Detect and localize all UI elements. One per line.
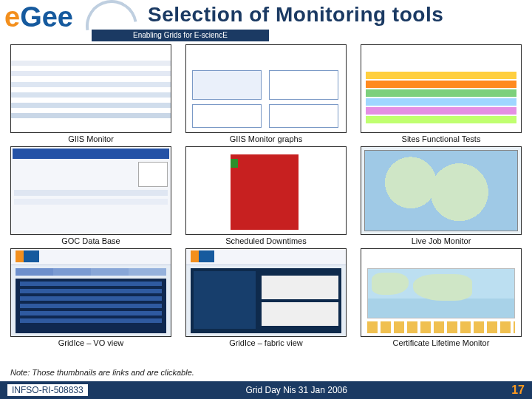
thumbnail-caption: GIIS Monitor graphs — [230, 134, 302, 143]
grid-cell: GIIS Monitor — [10, 44, 171, 143]
grid-cell: GridIce – VO view — [10, 248, 171, 347]
grid-cell: GridIce – fabric view — [185, 248, 347, 347]
certificate-lifetime-monitor-thumbnail[interactable] — [361, 248, 522, 337]
slide: eGee Selection of Monitoring tools Enabl… — [0, 0, 532, 399]
grid-row: GridIce – VO view GridIce – fabric view … — [10, 248, 522, 347]
thumbnail-caption: Certificate Lifetime Monitor — [393, 338, 490, 347]
tagline-banner: Enabling Grids for E-sciencE — [92, 30, 269, 41]
gridice-vo-view-thumbnail[interactable] — [10, 248, 171, 337]
footer-project-id: INFSO-RI-508833 — [7, 384, 88, 396]
scheduled-downtimes-thumbnail[interactable] — [185, 146, 347, 235]
thumbnail-grid: GIIS Monitor GIIS Monitor graphs Sites F… — [10, 44, 522, 372]
page-number: 17 — [511, 383, 525, 397]
grid-row: GOC Data Base Scheduled Downtimes Live J… — [10, 146, 522, 245]
thumbnail-caption: GridIce – VO view — [58, 338, 124, 347]
thumbnail-caption: Scheduled Downtimes — [225, 236, 306, 245]
grid-cell: Scheduled Downtimes — [185, 146, 347, 245]
live-job-monitor-thumbnail[interactable] — [361, 146, 522, 235]
sites-functional-tests-thumbnail[interactable] — [361, 44, 522, 133]
grid-cell: GIIS Monitor graphs — [185, 44, 347, 143]
thumbnail-caption: Live Job Monitor — [412, 236, 471, 245]
gridice-fabric-view-thumbnail[interactable] — [185, 248, 347, 337]
grid-cell: Sites Functional Tests — [361, 44, 522, 143]
giis-monitor-thumbnail[interactable] — [10, 44, 171, 133]
grid-row: GIIS Monitor GIIS Monitor graphs Sites F… — [10, 44, 522, 143]
slide-title: Selection of Monitoring tools — [148, 3, 525, 27]
slide-header: eGee Selection of Monitoring tools Enabl… — [0, 0, 532, 41]
giis-monitor-graphs-thumbnail[interactable] — [185, 44, 347, 133]
footer-event: Grid Day Nis 31 Jan 2006 — [246, 385, 347, 395]
grid-cell: GOC Data Base — [10, 146, 171, 245]
thumbnail-caption: GIIS Monitor — [68, 134, 114, 143]
thumbnail-caption: GOC Data Base — [61, 236, 120, 245]
goc-database-thumbnail[interactable] — [10, 146, 171, 235]
grid-cell: Certificate Lifetime Monitor — [361, 248, 522, 347]
clickable-note: Note: Those thumbnails are links and are… — [10, 368, 194, 377]
thumbnail-caption: Sites Functional Tests — [402, 134, 481, 143]
grid-cell: Live Job Monitor — [361, 146, 522, 245]
thumbnail-caption: GridIce – fabric view — [229, 338, 303, 347]
